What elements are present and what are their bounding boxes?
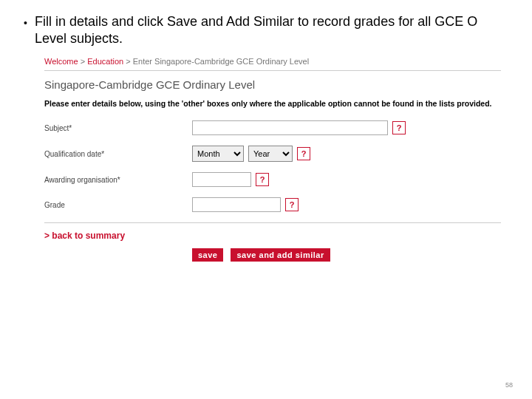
field-qualification-date: Qualification date* Month Year ?	[44, 146, 501, 162]
month-select[interactable]: Month	[192, 146, 244, 162]
back-to-summary-link[interactable]: > back to summary	[44, 231, 501, 241]
page-number: 58	[505, 381, 513, 389]
section-title: Singapore-Cambridge GCE Ordinary Level	[44, 78, 501, 91]
bullet-text: Fill in details and click Save and Add S…	[35, 13, 508, 47]
label-subject: Subject*	[44, 124, 192, 132]
bullet-item: • Fill in details and click Save and Add…	[24, 13, 508, 47]
breadcrumb: Welcome > Education > Enter Singapore-Ca…	[44, 57, 501, 66]
button-row: save save and add similar	[192, 248, 501, 262]
bullet-marker: •	[24, 17, 27, 29]
form-screenshot: Welcome > Education > Enter Singapore-Ca…	[44, 57, 501, 262]
breadcrumb-sep: >	[126, 57, 130, 66]
divider	[44, 222, 501, 223]
help-icon[interactable]: ?	[285, 198, 299, 211]
label-qual-date: Qualification date*	[44, 150, 192, 158]
awarding-input[interactable]	[192, 172, 251, 187]
save-button[interactable]: save	[192, 248, 223, 262]
field-grade: Grade ?	[44, 197, 501, 212]
label-grade: Grade	[44, 201, 192, 209]
breadcrumb-sep: >	[81, 57, 85, 66]
help-icon[interactable]: ?	[297, 147, 310, 160]
breadcrumb-current: Enter Singapore-Cambridge GCE Ordinary L…	[133, 57, 309, 66]
breadcrumb-welcome[interactable]: Welcome	[44, 57, 78, 66]
year-select[interactable]: Year	[248, 146, 293, 162]
field-subject: Subject* ?	[44, 120, 501, 135]
field-awarding-org: Awarding organisation* ?	[44, 172, 501, 187]
divider	[44, 70, 501, 71]
instruction-text: Please enter details below, using the 'o…	[44, 98, 501, 109]
save-and-add-similar-button[interactable]: save and add similar	[231, 248, 330, 262]
grade-input[interactable]	[192, 197, 281, 212]
subject-input[interactable]	[192, 120, 388, 135]
breadcrumb-education[interactable]: Education	[87, 57, 123, 66]
label-awarding: Awarding organisation*	[44, 176, 192, 184]
help-icon[interactable]: ?	[392, 121, 406, 134]
help-icon[interactable]: ?	[256, 173, 269, 186]
